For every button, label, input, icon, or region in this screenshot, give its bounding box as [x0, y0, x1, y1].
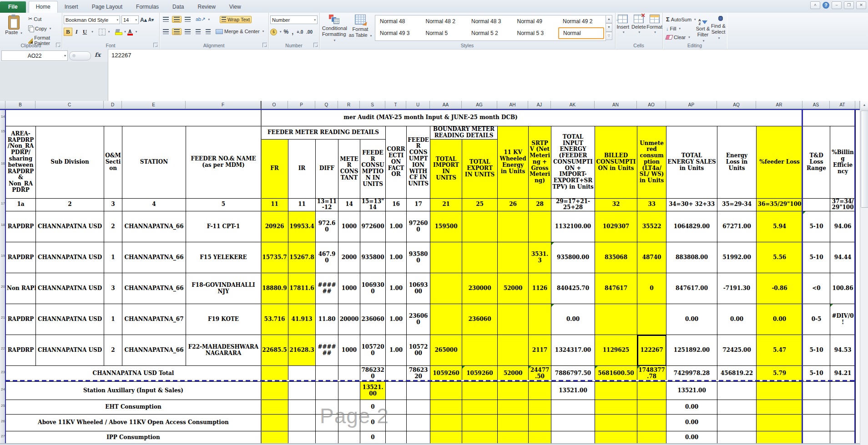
formula-input[interactable]: 122267	[108, 49, 868, 101]
cell[interactable]: 1129625	[595, 335, 637, 366]
borders-arrow[interactable]: ▾	[108, 30, 110, 34]
cell[interactable]	[717, 431, 757, 444]
col-header-C[interactable]: C	[35, 101, 104, 109]
tab-page-layout[interactable]: Page Layout	[85, 1, 129, 13]
select-all-corner[interactable]	[0, 101, 5, 109]
increase-indent-button[interactable]	[204, 28, 212, 35]
cell[interactable]: 36=35/29"100	[757, 198, 803, 211]
header-cell[interactable]: IR	[288, 139, 316, 198]
cell[interactable]	[338, 382, 360, 400]
cell[interactable]: 5-10	[803, 211, 830, 242]
cell[interactable]: RAPDRP	[6, 242, 36, 273]
cell[interactable]: -7191.30	[717, 273, 757, 304]
cell[interactable]: 48740	[637, 242, 666, 273]
cell[interactable]: 1324317.00	[551, 335, 595, 366]
cell[interactable]	[316, 431, 338, 444]
gallery-more-icon[interactable]: ▽	[606, 32, 612, 40]
style-item[interactable]: Normal 5 3	[513, 27, 559, 39]
restore-icon[interactable]: ❐	[844, 1, 854, 9]
cell[interactable]: 5-10	[803, 242, 830, 273]
cell[interactable]: 1064829.00	[666, 211, 717, 242]
cell[interactable]	[261, 366, 288, 382]
cell[interactable]: 15267.8	[288, 242, 316, 273]
cell[interactable]: 5-10	[803, 366, 830, 382]
header-cell[interactable]: CORRECTION FACTOR	[386, 126, 407, 199]
grow-font-button[interactable]: A▴	[140, 17, 147, 23]
cell[interactable]: 11	[288, 198, 316, 211]
cell[interactable]	[386, 431, 407, 444]
cell[interactable]	[407, 415, 430, 431]
cell[interactable]	[498, 335, 529, 366]
cell[interactable]	[407, 400, 430, 415]
cell[interactable]	[830, 431, 856, 444]
cell[interactable]: ######	[316, 273, 338, 304]
cell[interactable]: 52000	[498, 366, 529, 382]
find-select-button[interactable]: Find &Select ▾	[711, 15, 726, 40]
number-format-combo[interactable]: Number▾	[270, 15, 318, 24]
cell[interactable]: 21	[430, 198, 462, 211]
col-header-D[interactable]: D	[104, 101, 122, 109]
bold-button[interactable]: B	[64, 28, 72, 36]
cell[interactable]: 835068	[595, 242, 637, 273]
cell[interactable]	[595, 382, 637, 400]
cell[interactable]: 236060	[462, 304, 498, 335]
cell[interactable]: 35=29-34	[717, 198, 757, 211]
cell[interactable]	[338, 366, 360, 382]
copy-button[interactable]: Copy▾	[26, 25, 62, 32]
cell[interactable]	[462, 382, 498, 400]
cell[interactable]: F18-GOVINDAHALLI NJY	[186, 273, 261, 304]
cell[interactable]: 1.00	[386, 211, 407, 242]
cell[interactable]	[529, 211, 551, 242]
cell[interactable]: 94.06	[830, 211, 856, 242]
col-header-AK[interactable]: AK	[551, 101, 595, 109]
collapse-ribbon-icon[interactable]: ˄	[810, 1, 820, 9]
cell[interactable]	[316, 382, 338, 400]
cell[interactable]: 11.80	[316, 304, 338, 335]
cell[interactable]: 1	[104, 242, 122, 273]
header-cell[interactable]: FR	[261, 139, 288, 198]
cell[interactable]	[498, 242, 529, 273]
row-header-22[interactable]: 22	[1, 346, 5, 350]
col-header-S[interactable]: S	[360, 101, 385, 109]
cell[interactable]: 19953.4	[288, 211, 316, 242]
clipboard-dialog-launcher[interactable]	[56, 43, 61, 47]
cell[interactable]: F15 YELEKERE	[186, 242, 261, 273]
cell[interactable]: 935800	[407, 242, 430, 273]
cell[interactable]	[830, 382, 856, 400]
underline-arrow[interactable]: ▾	[91, 30, 93, 34]
cell[interactable]: 72425.00	[717, 335, 757, 366]
freeze-pane-divider[interactable]	[261, 101, 262, 445]
cell[interactable]: 7429978.28	[666, 366, 717, 382]
cell[interactable]: 0.00	[717, 304, 757, 335]
cell[interactable]: 0.00	[666, 415, 717, 431]
help-icon[interactable]: ?	[823, 2, 829, 9]
accounting-format-arrow[interactable]: ▾	[280, 30, 282, 34]
cell[interactable]	[261, 400, 288, 415]
cell[interactable]: 1059260	[430, 366, 462, 382]
cell[interactable]	[551, 415, 595, 431]
cell[interactable]: 236060	[407, 304, 430, 335]
cell[interactable]: 17	[407, 198, 430, 211]
cell[interactable]	[595, 431, 637, 444]
cell[interactable]: CHANNAPATNA USD	[36, 304, 104, 335]
cell[interactable]	[529, 304, 551, 335]
cell[interactable]: 5.79	[757, 366, 803, 382]
cell[interactable]: 0	[360, 431, 386, 444]
cell[interactable]: 1059260	[462, 366, 498, 382]
format-cells-button[interactable]: Format▾	[646, 13, 662, 34]
fx-icon[interactable]: fx	[95, 51, 101, 58]
cell[interactable]	[830, 415, 856, 431]
cell[interactable]: 5.94	[757, 211, 803, 242]
header-cell[interactable]: STATION	[122, 126, 186, 199]
cell[interactable]: 0.00	[551, 304, 595, 335]
header-cell[interactable]: Energy Loss in Units	[717, 126, 757, 199]
cell[interactable]: 1000	[338, 273, 360, 304]
cell[interactable]: IPP Consumption	[6, 431, 261, 444]
decrease-indent-button[interactable]	[194, 28, 202, 35]
cell[interactable]	[637, 304, 666, 335]
cell[interactable]: 94.44	[830, 242, 856, 273]
cell[interactable]: 0-5	[803, 304, 830, 335]
cell[interactable]: 847617.00	[666, 273, 717, 304]
col-header-AJ[interactable]: AJ	[528, 101, 551, 109]
cell[interactable]	[430, 431, 462, 444]
